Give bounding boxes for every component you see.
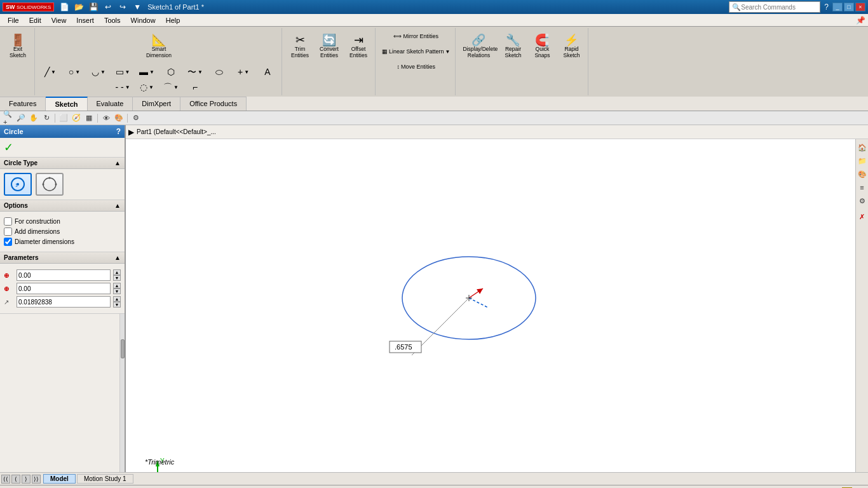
line-button[interactable]: ╱ ▼ [39,65,62,79]
point-button[interactable]: + ▼ [232,65,255,79]
circle-perimeter-button[interactable] [36,173,64,196]
param-x-input[interactable] [17,269,111,281]
circle-center-point-button[interactable]: 1 [4,173,32,196]
close-button[interactable]: × [855,3,865,11]
view-display[interactable]: ▦ [83,112,95,124]
convert-entities-button[interactable]: 🔄 Convert Entities [315,29,343,64]
circle-type-header[interactable]: Circle Type ▲ [0,158,125,169]
rp-close-x[interactable]: ✗ [857,211,868,222]
rect-dropdown[interactable]: ▼ [125,69,130,75]
menu-view[interactable]: View [46,15,72,25]
parameters-header[interactable]: Parameters ▲ [0,252,125,264]
display-delete-button[interactable]: 🔗 Display/Delete Relations [459,29,498,64]
menu-file[interactable]: File [3,15,24,25]
construction-button[interactable]: ◌ ▼ [135,80,158,94]
tab-dimxpert[interactable]: DimXpert [133,97,180,111]
ellipse-button[interactable]: ⬭ [208,65,231,79]
spline-dropdown[interactable]: ▼ [198,69,203,75]
tab-sketch[interactable]: Sketch [46,97,87,111]
nav-next-next[interactable]: ⟩⟩ [32,475,41,484]
fillet-button[interactable]: ⌒ ▼ [159,80,182,94]
param-y-down[interactable]: ▼ [113,288,121,294]
diameter-dimensions-checkbox[interactable] [4,238,12,246]
rp-palette[interactable]: 🎨 [857,168,868,180]
slot-dropdown[interactable]: ▼ [149,69,154,75]
rp-folder[interactable]: 📁 [857,155,868,166]
rp-home[interactable]: 🏠 [857,142,868,153]
arc-button[interactable]: ◡ ▼ [87,65,110,79]
polygon-button[interactable]: ⬡ [159,65,182,79]
rp-settings[interactable]: ⚙ [857,195,868,207]
param-r-down[interactable]: ▼ [113,302,121,308]
view-section[interactable]: ⬜ [58,112,69,124]
line-dropdown[interactable]: ▼ [51,69,56,75]
expand-tree-icon[interactable]: ▶ [128,128,134,137]
param-r-input[interactable] [17,296,111,308]
repair-sketch-button[interactable]: 🔧 Repair Sketch [499,29,527,64]
tab-office[interactable]: Office Products [180,97,247,111]
param-r-up[interactable]: ▲ [113,296,121,302]
menu-help[interactable]: Help [161,15,186,25]
view-settings[interactable]: ⚙ [130,112,142,124]
bottom-tab-motion[interactable]: Motion Study 1 [77,474,133,484]
view-pan[interactable]: ✋ [28,112,39,124]
nav-prev-prev[interactable]: ⟨⟨ [1,475,10,484]
tab-evaluate[interactable]: Evaluate [88,97,133,111]
tab-features[interactable]: Features [0,97,46,111]
fillet-dropdown[interactable]: ▼ [173,85,179,90]
chamfer-button[interactable]: ⌐ [184,80,207,94]
bottom-tab-model[interactable]: Model [43,474,76,484]
trim-entities-button[interactable]: ✂ Trim Entities [286,29,314,64]
construction-dropdown[interactable]: ▼ [149,85,154,90]
centerline-dropdown[interactable]: ▼ [125,85,130,90]
for-construction-checkbox[interactable] [4,217,12,226]
panel-help-icon[interactable]: ? [116,127,121,136]
scroll-thumb[interactable] [121,339,125,358]
param-x-down[interactable]: ▼ [113,275,121,281]
view-zoom-fit[interactable]: 🔍+ [3,112,14,124]
accept-button[interactable]: ✓ [4,141,13,154]
view-appearance[interactable]: 🎨 [113,112,125,124]
view-hide-show[interactable]: 👁 [100,112,112,124]
nav-next[interactable]: ⟩ [22,475,31,484]
circle-dropdown[interactable]: ▼ [75,69,80,75]
maximize-button[interactable]: □ [844,3,854,11]
minimize-button[interactable]: _ [832,3,843,11]
menu-tools[interactable]: Tools [99,15,126,25]
view-rotate[interactable]: ↻ [41,112,52,124]
slot-button[interactable]: ▬ ▼ [135,65,158,79]
view-orientation[interactable]: 🧭 [71,112,82,124]
rp-list[interactable]: ≡ [857,182,868,193]
menu-pin[interactable]: 📌 [856,16,865,25]
menu-insert[interactable]: Insert [71,15,99,25]
options-header[interactable]: Options ▲ [0,200,125,212]
menu-window[interactable]: Window [126,15,161,25]
param-y-up[interactable]: ▲ [113,283,121,288]
qa-dropdown[interactable]: ▼ [131,1,144,13]
feature-tree-root[interactable]: Part1 (Default<<Default>_... [137,128,216,135]
offset-entities-button[interactable]: ⇥ Offset Entities [344,29,372,64]
rapid-sketch-button[interactable]: ⚡ Rapid Sketch [557,29,585,64]
qa-undo[interactable]: ↩ [102,1,114,13]
menu-edit[interactable]: Edit [24,15,46,25]
qa-redo[interactable]: ↪ [116,1,129,13]
linear-sketch-pattern-button[interactable]: ▦ Linear Sketch Pattern ▼ [379,44,452,58]
linear-pattern-dropdown[interactable]: ▼ [445,49,451,55]
point-dropdown[interactable]: ▼ [244,69,249,75]
nav-prev[interactable]: ⟨ [11,475,20,484]
move-entities-button[interactable]: ↕ Move Entities [394,60,438,74]
qa-open[interactable]: 📂 [72,1,85,13]
arc-dropdown[interactable]: ▼ [100,69,105,75]
param-x-up[interactable]: ▲ [113,269,121,275]
param-y-input[interactable] [17,283,111,294]
search-input[interactable] [741,4,817,11]
qa-save[interactable]: 💾 [87,1,100,13]
text-button[interactable]: A [256,65,279,79]
spline-button[interactable]: 〜 ▼ [184,65,207,79]
qa-new[interactable]: 📄 [58,1,71,13]
mirror-entities-button[interactable]: ⟺ Mirror Entities [391,29,441,43]
exit-sketch-button[interactable]: 🚪 Exit Sketch [4,29,32,64]
scroll-track[interactable] [119,314,125,472]
add-dimensions-checkbox[interactable] [4,227,12,236]
view-zoom-area[interactable]: 🔎 [15,112,27,124]
